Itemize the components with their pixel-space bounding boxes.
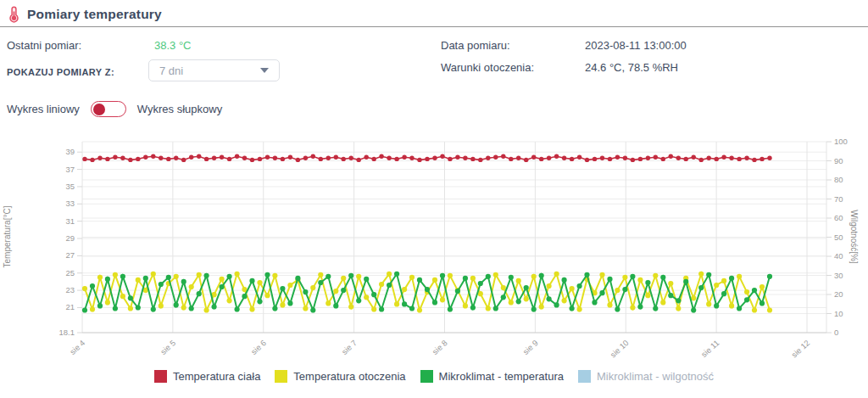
svg-text:sie 9: sie 9 bbox=[520, 338, 539, 356]
period-select-value: 7 dni bbox=[159, 64, 183, 77]
svg-text:70: 70 bbox=[834, 194, 843, 204]
svg-text:40: 40 bbox=[834, 251, 843, 261]
svg-text:35: 35 bbox=[65, 182, 75, 191]
legend-item-microclimate-humidity[interactable]: Mikroklimat - wilgotność bbox=[578, 370, 714, 383]
panel-header: Pomiary temperatury bbox=[8, 6, 162, 23]
chart-legend: Temperatura ciała Temperatura otoczenia … bbox=[0, 370, 868, 383]
svg-text:sie 7: sie 7 bbox=[340, 338, 359, 356]
temperature-chart[interactable]: 3937353331292725232118.11009080706050403… bbox=[0, 130, 868, 366]
svg-text:21: 21 bbox=[65, 302, 75, 311]
svg-text:sie 12: sie 12 bbox=[789, 338, 811, 359]
legend-item-body-temperature[interactable]: Temperatura ciała bbox=[154, 370, 260, 383]
svg-text:sie 5: sie 5 bbox=[159, 338, 177, 356]
svg-text:37: 37 bbox=[65, 165, 75, 174]
show-measurements-from-label: POKAZUJ POMIARY Z: bbox=[7, 67, 114, 77]
svg-text:90: 90 bbox=[834, 156, 843, 165]
svg-text:39: 39 bbox=[65, 147, 75, 156]
chart-type-toggle-row: Wykres liniowy Wykres słupkowy bbox=[7, 101, 222, 117]
y-right-axis-title: Wilgotność[%] bbox=[849, 210, 859, 264]
header-divider bbox=[0, 26, 868, 27]
chart-type-toggle[interactable] bbox=[91, 101, 126, 117]
svg-text:sie 6: sie 6 bbox=[249, 338, 268, 356]
svg-text:30: 30 bbox=[834, 271, 843, 280]
svg-text:60: 60 bbox=[834, 213, 843, 222]
thermometer-icon bbox=[8, 6, 19, 23]
ambient-conditions-value: 24.6 °C, 78.5 %RH bbox=[585, 61, 678, 74]
svg-text:29: 29 bbox=[65, 233, 75, 243]
legend-swatch bbox=[578, 370, 591, 383]
period-select[interactable]: 7 dni bbox=[148, 59, 280, 81]
svg-text:sie 11: sie 11 bbox=[699, 338, 721, 359]
toggle-knob bbox=[93, 104, 105, 115]
bar-chart-label: Wykres słupkowy bbox=[137, 103, 222, 115]
legend-item-ambient-temperature[interactable]: Temperatura otoczenia bbox=[275, 370, 405, 383]
svg-text:0: 0 bbox=[834, 328, 838, 337]
chevron-down-icon bbox=[260, 68, 269, 73]
page-title: Pomiary temperatury bbox=[27, 7, 162, 22]
axis-labels: 3937353331292725232118.11009080706050403… bbox=[59, 137, 848, 359]
measurement-date-value: 2023-08-11 13:00:00 bbox=[585, 39, 687, 52]
svg-text:27: 27 bbox=[65, 250, 75, 260]
svg-text:18.1: 18.1 bbox=[59, 328, 75, 337]
svg-text:23: 23 bbox=[65, 285, 75, 294]
y-left-axis-title: Temperatura[°C] bbox=[3, 205, 12, 267]
line-chart-label: Wykres liniowy bbox=[7, 103, 80, 115]
legend-swatch bbox=[154, 370, 167, 383]
svg-text:sie 8: sie 8 bbox=[431, 338, 449, 356]
svg-text:80: 80 bbox=[834, 175, 843, 184]
svg-text:20: 20 bbox=[834, 289, 843, 299]
temperature-measurements-panel: Pomiary temperatury Ostatni pomiar: 38.3… bbox=[0, 0, 868, 398]
svg-text:50: 50 bbox=[834, 233, 843, 242]
measurement-date-label: Data pomiaru: bbox=[441, 39, 510, 52]
legend-swatch bbox=[275, 370, 287, 383]
legend-item-microclimate-temperature[interactable]: Mikroklimat - temperatura bbox=[420, 370, 564, 383]
svg-text:31: 31 bbox=[65, 216, 75, 226]
ambient-conditions-label: Warunki otoczenia: bbox=[441, 61, 534, 74]
svg-text:sie 10: sie 10 bbox=[608, 338, 630, 359]
last-measurement-label: Ostatni pomiar: bbox=[7, 39, 81, 52]
svg-text:33: 33 bbox=[65, 199, 75, 208]
legend-swatch bbox=[420, 370, 433, 383]
svg-text:sie 4: sie 4 bbox=[68, 338, 86, 356]
svg-text:25: 25 bbox=[65, 268, 75, 277]
svg-text:100: 100 bbox=[834, 137, 848, 146]
last-measurement-value: 38.3 °C bbox=[154, 39, 192, 52]
svg-text:10: 10 bbox=[834, 309, 843, 318]
